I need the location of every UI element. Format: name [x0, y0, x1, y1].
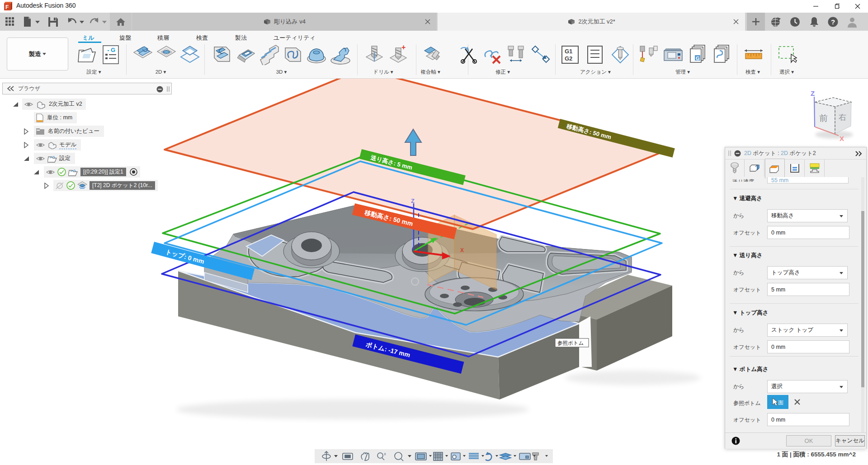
svg-text:G2: G2 [565, 55, 572, 62]
svg-text:X: X [840, 135, 844, 142]
tab-inactive[interactable]: 彫り込み v4 [132, 13, 437, 31]
svg-text:参照ボトム: 参照ボトム [557, 340, 584, 346]
dialog-2d-pocket: 2D ポケット : 2D ポケット2 送り速度 55 mm ▼ 退避高さ から … [725, 147, 867, 449]
svg-text:Z: Z [411, 197, 415, 204]
svg-text:G1: G1 [565, 48, 572, 55]
svg-text:+: + [401, 44, 406, 51]
document-tabs: 彫り込み v4 2次元加工 v2* ? [0, 13, 868, 31]
svg-text:±: ± [384, 451, 386, 456]
title-bar: F Autodesk Fusion 360 [0, 0, 868, 13]
ribbon: 製造 ミル 旋盤 積層 検査 製法 ユーティリティ G 設定 ▾ 2D ▾ 3D… [0, 31, 868, 79]
svg-text:右: 右 [839, 113, 846, 122]
svg-text:面: 面 [778, 399, 783, 406]
svg-text:G: G [111, 47, 115, 53]
svg-text:G: G [696, 56, 700, 61]
svg-text:F: F [5, 4, 9, 10]
svg-text:前: 前 [819, 113, 828, 123]
status: 1 面 | 面積 : 6555.455 mm^2 [777, 451, 856, 459]
svg-text:?: ? [831, 18, 835, 26]
tab-active[interactable]: 2次元加工 v2* [438, 13, 745, 31]
svg-text:Z: Z [811, 89, 815, 97]
navbar: ± [315, 449, 553, 463]
svg-text:X: X [460, 247, 464, 254]
